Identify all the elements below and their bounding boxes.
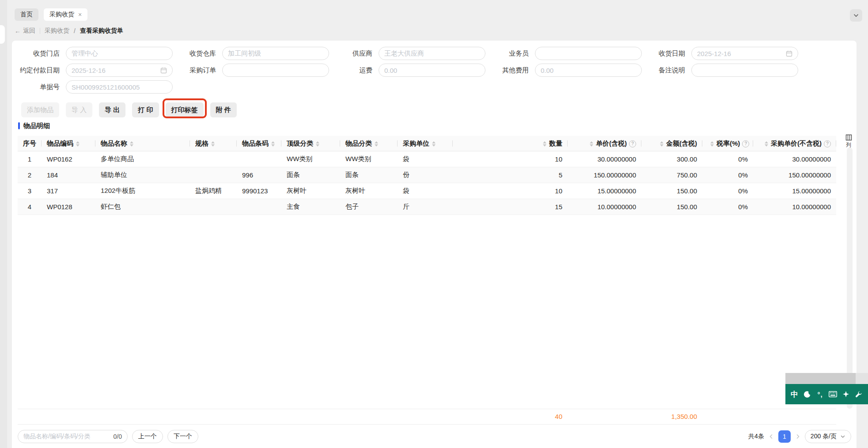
column-header-name[interactable]: 物品名称 — [95, 136, 190, 151]
page-size-select[interactable]: 200 条/页 — [805, 430, 851, 443]
cell-code: 184 — [42, 167, 95, 183]
sort-icon[interactable] — [543, 141, 546, 147]
field-label: 备注说明 — [642, 66, 691, 75]
receive-date-input[interactable]: 2025-12-16 — [691, 47, 798, 60]
sort-icon[interactable] — [660, 141, 663, 147]
ime-keyboard-icon[interactable] — [826, 391, 839, 397]
field-receive-date: 收货日期 2025-12-16 — [642, 47, 798, 60]
add-item-button[interactable]: 添加物品 — [21, 102, 59, 117]
cell-unit: 斤 — [398, 199, 453, 215]
cell-barcode: 996 — [237, 167, 281, 183]
tabbar-collapse-button[interactable] — [850, 9, 862, 22]
cell-qty: 5 — [453, 167, 568, 183]
sort-icon[interactable] — [316, 141, 319, 147]
next-page-icon[interactable] — [794, 430, 801, 443]
receive-store-input[interactable]: 管理中心 — [66, 47, 173, 60]
column-header-category[interactable]: 物品分类 — [340, 136, 398, 151]
help-icon[interactable]: ? — [742, 140, 749, 147]
item-search-input[interactable]: 物品名称/编码/条码/分类 0/0 — [18, 430, 128, 443]
field-remark: 备注说明 — [642, 64, 798, 77]
purchase-order-input[interactable] — [222, 64, 329, 77]
ime-tools-wrench-icon[interactable] — [852, 391, 865, 398]
sort-icon[interactable] — [765, 141, 768, 147]
search-match-counter: 0/0 — [114, 433, 122, 440]
column-header-qty[interactable]: 数量 — [453, 136, 568, 151]
tab-close-icon[interactable]: × — [78, 11, 82, 18]
cell-tax-rate: 0% — [702, 183, 753, 199]
cell-category: WW类别 — [340, 151, 398, 167]
cell-net-unit-price: 10.00000000 — [753, 199, 836, 215]
attachment-button[interactable]: 附 件 — [210, 102, 237, 117]
print-button[interactable]: 打 印 — [132, 102, 159, 117]
total-cell — [237, 409, 281, 425]
total-cell — [702, 409, 753, 425]
calendar-icon — [160, 67, 167, 74]
field-receive-store: 收货门店 管理中心 — [16, 47, 173, 60]
help-icon[interactable]: ? — [824, 140, 831, 147]
cell-amount: 150.00 — [641, 199, 702, 215]
cell-unit: 袋 — [398, 151, 453, 167]
import-button[interactable]: 导 入 — [66, 102, 92, 117]
salesman-input[interactable] — [535, 47, 642, 60]
column-header-net-unit-price[interactable]: 采购单价(不含税)? — [753, 136, 836, 151]
column-label: 数量 — [549, 139, 562, 147]
column-header-seq: 序号 — [18, 136, 42, 151]
table-scrollbar[interactable] — [847, 147, 853, 409]
column-label: 采购单价(不含税) — [771, 139, 822, 147]
chevron-down-icon — [853, 12, 859, 19]
sort-icon[interactable] — [432, 141, 436, 147]
page-number-button[interactable]: 1 — [778, 430, 791, 443]
ime-skin-icon[interactable] — [839, 391, 852, 398]
ime-fullwidth-moon-icon[interactable] — [801, 391, 814, 398]
column-header-amount[interactable]: 金额(含税) — [641, 136, 702, 151]
next-match-button[interactable]: 下一个 — [167, 430, 198, 443]
column-header-tax-rate[interactable]: 税率(%)? — [702, 136, 753, 151]
previous-page-icon[interactable] — [768, 430, 775, 443]
breadcrumb-parent[interactable]: 采购收货 — [45, 27, 69, 35]
total-cell — [42, 409, 95, 425]
table-row[interactable]: 33171202牛板筋盐焗鸡精9990123灰树叶灰树叶袋1015.000000… — [18, 183, 836, 199]
doc-number-input[interactable]: SH0009925121600005 — [66, 80, 173, 94]
sort-icon[interactable] — [590, 141, 593, 147]
cell-unit-price: 10.00000000 — [568, 199, 641, 215]
tab-purchase-receiving[interactable]: 采购收货 × — [44, 8, 87, 21]
table-row[interactable]: 2184辅助单位996面条面条份5150.00000000750.000%150… — [18, 167, 836, 183]
column-header-unit-price[interactable]: 单价(含税)? — [568, 136, 641, 151]
field-label: 采购订单 — [173, 66, 222, 75]
print-label-button[interactable]: 打印标签 — [166, 102, 204, 117]
sort-icon[interactable] — [375, 141, 378, 147]
cell-category: 面条 — [340, 167, 398, 183]
column-header-barcode[interactable]: 物品条码 — [237, 136, 281, 151]
tab-home[interactable]: 首页 — [15, 8, 38, 21]
export-button[interactable]: 导 出 — [99, 102, 125, 117]
sidebar-collapse-handle[interactable] — [0, 25, 5, 44]
sort-icon[interactable] — [271, 141, 275, 147]
back-link[interactable]: ← 返回 — [15, 27, 35, 35]
sort-icon[interactable] — [211, 141, 215, 147]
table-row[interactable]: 1WP0162多单位商品WW类别WW类别袋1030.00000000300.00… — [18, 151, 836, 167]
previous-match-button[interactable]: 上一个 — [132, 430, 163, 443]
sort-icon[interactable] — [130, 141, 133, 147]
supplier-input[interactable]: 王老大供应商 — [379, 47, 485, 60]
ime-language-mode-icon[interactable]: 中 — [788, 389, 801, 399]
column-header-spec[interactable]: 规格 — [190, 136, 237, 151]
sort-icon[interactable] — [710, 141, 714, 147]
help-icon[interactable]: ? — [629, 140, 636, 147]
sort-icon[interactable] — [76, 141, 80, 147]
ime-toolbar: 中 °, — [785, 384, 868, 404]
column-header-unit[interactable]: 采购单位 — [398, 136, 453, 151]
other-fee-input[interactable]: 0.00 — [535, 64, 642, 77]
column-label: 金额(含税) — [666, 139, 697, 147]
column-header-code[interactable]: 物品编码 — [42, 136, 95, 151]
column-header-top-category[interactable]: 顶级分类 — [281, 136, 340, 151]
column-settings-button[interactable]: 列 — [843, 134, 854, 149]
receive-warehouse-input[interactable]: 加工间初级 — [222, 47, 329, 60]
cell-qty: 10 — [453, 183, 568, 199]
freight-input[interactable]: 0.00 — [379, 64, 485, 77]
ime-punctuation-icon[interactable]: °, — [814, 391, 826, 398]
pay-date-input[interactable]: 2025-12-16 — [66, 64, 173, 77]
cell-unit-price: 15.00000000 — [568, 183, 641, 199]
remark-input[interactable] — [691, 64, 798, 77]
left-sidebar-strip — [0, 0, 7, 448]
table-row[interactable]: 4WP0128虾仁包主食包子斤1510.00000000150.000%10.0… — [18, 199, 836, 215]
